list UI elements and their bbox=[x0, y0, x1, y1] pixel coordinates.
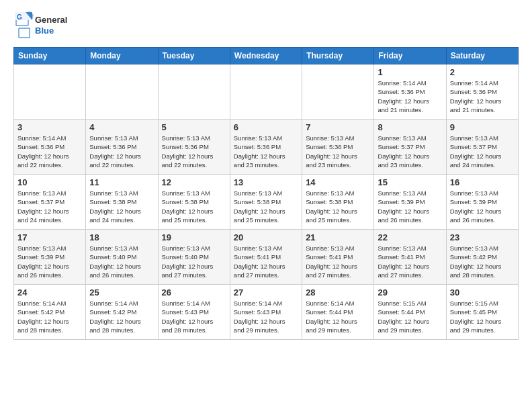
weekday-header-monday: Monday bbox=[86, 48, 158, 64]
day-info: Sunrise: 5:13 AM Sunset: 5:37 PM Dayligh… bbox=[17, 189, 82, 224]
day-number: 24 bbox=[17, 287, 82, 298]
day-number: 11 bbox=[89, 177, 154, 187]
day-number: 8 bbox=[378, 122, 442, 132]
day-number: 13 bbox=[234, 177, 298, 187]
day-info: Sunrise: 5:13 AM Sunset: 5:38 PM Dayligh… bbox=[162, 189, 226, 224]
day-number: 1 bbox=[378, 67, 442, 77]
day-info: Sunrise: 5:14 AM Sunset: 5:44 PM Dayligh… bbox=[306, 299, 370, 334]
calendar-cell: 3Sunrise: 5:14 AM Sunset: 5:36 PM Daylig… bbox=[14, 120, 86, 175]
weekday-header-tuesday: Tuesday bbox=[158, 48, 230, 64]
day-info: Sunrise: 5:13 AM Sunset: 5:38 PM Dayligh… bbox=[89, 189, 154, 224]
calendar-cell: 30Sunrise: 5:15 AM Sunset: 5:45 PM Dayli… bbox=[446, 285, 518, 340]
calendar-cell: 2Sunrise: 5:14 AM Sunset: 5:36 PM Daylig… bbox=[446, 64, 518, 120]
day-info: Sunrise: 5:13 AM Sunset: 5:36 PM Dayligh… bbox=[234, 134, 298, 169]
day-number: 19 bbox=[162, 232, 226, 242]
calendar-cell bbox=[14, 64, 86, 120]
calendar-cell: 28Sunrise: 5:14 AM Sunset: 5:44 PM Dayli… bbox=[302, 285, 374, 340]
day-number: 25 bbox=[89, 287, 154, 298]
day-info: Sunrise: 5:14 AM Sunset: 5:42 PM Dayligh… bbox=[89, 299, 154, 334]
day-info: Sunrise: 5:13 AM Sunset: 5:36 PM Dayligh… bbox=[306, 134, 370, 169]
day-info: Sunrise: 5:14 AM Sunset: 5:42 PM Dayligh… bbox=[17, 299, 82, 334]
header: General Blue G bbox=[13, 11, 519, 40]
calendar-cell bbox=[302, 64, 374, 120]
day-info: Sunrise: 5:13 AM Sunset: 5:39 PM Dayligh… bbox=[378, 189, 442, 224]
svg-text:General: General bbox=[35, 15, 67, 25]
day-number: 17 bbox=[17, 232, 82, 242]
day-number: 29 bbox=[378, 287, 442, 298]
calendar-cell: 11Sunrise: 5:13 AM Sunset: 5:38 PM Dayli… bbox=[86, 175, 158, 230]
day-info: Sunrise: 5:13 AM Sunset: 5:40 PM Dayligh… bbox=[162, 244, 226, 279]
calendar-week-5: 24Sunrise: 5:14 AM Sunset: 5:42 PM Dayli… bbox=[14, 285, 519, 340]
calendar-cell bbox=[86, 64, 158, 120]
calendar-week-4: 17Sunrise: 5:13 AM Sunset: 5:39 PM Dayli… bbox=[14, 230, 519, 285]
day-info: Sunrise: 5:13 AM Sunset: 5:42 PM Dayligh… bbox=[450, 244, 515, 279]
calendar-cell: 16Sunrise: 5:13 AM Sunset: 5:39 PM Dayli… bbox=[446, 175, 518, 230]
calendar-cell: 19Sunrise: 5:13 AM Sunset: 5:40 PM Dayli… bbox=[158, 230, 230, 285]
page: General Blue G SundayMondayTuesdayWednes… bbox=[0, 0, 532, 347]
day-number: 23 bbox=[450, 232, 515, 242]
day-info: Sunrise: 5:13 AM Sunset: 5:38 PM Dayligh… bbox=[306, 189, 370, 224]
calendar-week-1: 1Sunrise: 5:14 AM Sunset: 5:36 PM Daylig… bbox=[14, 64, 519, 120]
weekday-header-sunday: Sunday bbox=[14, 48, 86, 64]
calendar-cell: 23Sunrise: 5:13 AM Sunset: 5:42 PM Dayli… bbox=[446, 230, 518, 285]
calendar-cell: 22Sunrise: 5:13 AM Sunset: 5:41 PM Dayli… bbox=[374, 230, 446, 285]
calendar-cell: 14Sunrise: 5:13 AM Sunset: 5:38 PM Dayli… bbox=[302, 175, 374, 230]
svg-marker-3 bbox=[19, 28, 30, 38]
day-info: Sunrise: 5:15 AM Sunset: 5:44 PM Dayligh… bbox=[378, 299, 442, 334]
day-number: 10 bbox=[17, 177, 82, 187]
day-number: 3 bbox=[17, 122, 82, 132]
day-number: 27 bbox=[234, 287, 298, 298]
day-info: Sunrise: 5:13 AM Sunset: 5:41 PM Dayligh… bbox=[306, 244, 370, 279]
calendar-cell: 21Sunrise: 5:13 AM Sunset: 5:41 PM Dayli… bbox=[302, 230, 374, 285]
day-info: Sunrise: 5:15 AM Sunset: 5:45 PM Dayligh… bbox=[450, 299, 515, 334]
day-info: Sunrise: 5:13 AM Sunset: 5:39 PM Dayligh… bbox=[17, 244, 82, 279]
calendar-cell: 6Sunrise: 5:13 AM Sunset: 5:36 PM Daylig… bbox=[230, 120, 302, 175]
day-number: 5 bbox=[162, 122, 226, 132]
weekday-header-wednesday: Wednesday bbox=[230, 48, 302, 64]
day-info: Sunrise: 5:13 AM Sunset: 5:39 PM Dayligh… bbox=[450, 189, 515, 224]
calendar-cell: 7Sunrise: 5:13 AM Sunset: 5:36 PM Daylig… bbox=[302, 120, 374, 175]
calendar-cell: 12Sunrise: 5:13 AM Sunset: 5:38 PM Dayli… bbox=[158, 175, 230, 230]
calendar-week-3: 10Sunrise: 5:13 AM Sunset: 5:37 PM Dayli… bbox=[14, 175, 519, 230]
calendar: SundayMondayTuesdayWednesdayThursdayFrid… bbox=[13, 47, 519, 340]
calendar-cell: 18Sunrise: 5:13 AM Sunset: 5:40 PM Dayli… bbox=[86, 230, 158, 285]
calendar-cell bbox=[158, 64, 230, 120]
day-number: 7 bbox=[306, 122, 370, 132]
day-number: 6 bbox=[234, 122, 298, 132]
day-number: 12 bbox=[162, 177, 226, 187]
day-info: Sunrise: 5:13 AM Sunset: 5:36 PM Dayligh… bbox=[89, 134, 154, 169]
day-info: Sunrise: 5:13 AM Sunset: 5:38 PM Dayligh… bbox=[234, 189, 298, 224]
weekday-header-row: SundayMondayTuesdayWednesdayThursdayFrid… bbox=[14, 48, 519, 64]
weekday-header-friday: Friday bbox=[374, 48, 446, 64]
day-number: 4 bbox=[89, 122, 154, 132]
calendar-cell: 10Sunrise: 5:13 AM Sunset: 5:37 PM Dayli… bbox=[14, 175, 86, 230]
day-number: 22 bbox=[378, 232, 442, 242]
calendar-cell: 17Sunrise: 5:13 AM Sunset: 5:39 PM Dayli… bbox=[14, 230, 86, 285]
logo: General Blue G bbox=[13, 11, 74, 40]
calendar-cell: 1Sunrise: 5:14 AM Sunset: 5:36 PM Daylig… bbox=[374, 64, 446, 120]
day-info: Sunrise: 5:13 AM Sunset: 5:41 PM Dayligh… bbox=[234, 244, 298, 279]
day-info: Sunrise: 5:14 AM Sunset: 5:36 PM Dayligh… bbox=[17, 134, 82, 169]
calendar-cell: 26Sunrise: 5:14 AM Sunset: 5:43 PM Dayli… bbox=[158, 285, 230, 340]
calendar-cell: 20Sunrise: 5:13 AM Sunset: 5:41 PM Dayli… bbox=[230, 230, 302, 285]
svg-text:Blue: Blue bbox=[35, 26, 54, 36]
svg-text:G: G bbox=[17, 13, 22, 21]
calendar-cell: 29Sunrise: 5:15 AM Sunset: 5:44 PM Dayli… bbox=[374, 285, 446, 340]
weekday-header-saturday: Saturday bbox=[446, 48, 518, 64]
calendar-cell: 4Sunrise: 5:13 AM Sunset: 5:36 PM Daylig… bbox=[86, 120, 158, 175]
day-number: 15 bbox=[378, 177, 442, 187]
day-number: 30 bbox=[450, 287, 515, 298]
day-number: 20 bbox=[234, 232, 298, 242]
logo-svg: General Blue G bbox=[13, 11, 74, 40]
day-info: Sunrise: 5:14 AM Sunset: 5:36 PM Dayligh… bbox=[378, 79, 442, 114]
calendar-cell: 15Sunrise: 5:13 AM Sunset: 5:39 PM Dayli… bbox=[374, 175, 446, 230]
day-info: Sunrise: 5:13 AM Sunset: 5:36 PM Dayligh… bbox=[162, 134, 226, 169]
day-info: Sunrise: 5:13 AM Sunset: 5:37 PM Dayligh… bbox=[450, 134, 515, 169]
day-number: 26 bbox=[162, 287, 226, 298]
day-number: 21 bbox=[306, 232, 370, 242]
day-number: 14 bbox=[306, 177, 370, 187]
day-info: Sunrise: 5:13 AM Sunset: 5:41 PM Dayligh… bbox=[378, 244, 442, 279]
calendar-cell: 5Sunrise: 5:13 AM Sunset: 5:36 PM Daylig… bbox=[158, 120, 230, 175]
day-number: 18 bbox=[89, 232, 154, 242]
calendar-cell: 27Sunrise: 5:14 AM Sunset: 5:43 PM Dayli… bbox=[230, 285, 302, 340]
